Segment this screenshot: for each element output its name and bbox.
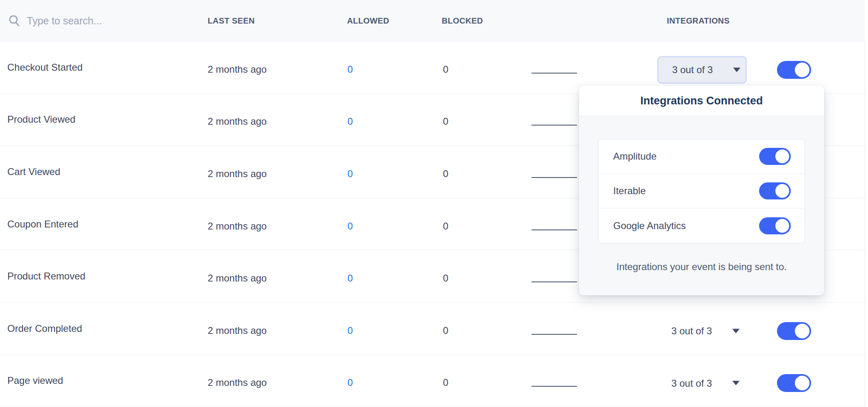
blocked-count: 0 xyxy=(443,325,448,336)
event-name: Product Removed xyxy=(7,271,85,282)
table-header-row: LAST SEEN ALLOWED BLOCKED INTEGRATIONS xyxy=(0,0,865,41)
integrations-popover: Integrations Connected Amplitude Iterabl… xyxy=(579,86,824,295)
toggle-knob xyxy=(795,376,809,390)
no-value-dash xyxy=(532,334,577,335)
integration-row: Google Analytics xyxy=(599,208,805,243)
search-icon xyxy=(8,15,20,27)
caret-down-icon xyxy=(733,67,740,72)
integrations-popover-caption: Integrations your event is being sent to… xyxy=(579,261,824,273)
integration-toggle[interactable] xyxy=(759,217,791,234)
integration-toggle[interactable] xyxy=(759,148,791,165)
column-header-allowed: ALLOWED xyxy=(347,0,389,41)
event-last-seen: 2 months ago xyxy=(208,116,267,127)
allowed-count-link[interactable]: 0 xyxy=(347,273,353,284)
event-enabled-toggle[interactable] xyxy=(777,322,811,340)
blocked-count: 0 xyxy=(443,273,448,284)
event-name: Order Completed xyxy=(7,323,82,334)
integration-name: Amplitude xyxy=(613,151,657,162)
column-header-last-seen: LAST SEEN xyxy=(208,0,255,41)
no-value-dash xyxy=(532,281,577,282)
integrations-select-value: 3 out of 3 xyxy=(672,64,713,76)
no-value-dash xyxy=(532,229,577,230)
no-value-dash xyxy=(532,386,577,387)
no-value-dash xyxy=(532,177,577,178)
event-enabled-toggle[interactable] xyxy=(777,61,811,79)
integrations-select-value: 3 out of 3 xyxy=(671,325,712,337)
allowed-count-link[interactable]: 0 xyxy=(347,64,353,75)
toggle-knob xyxy=(795,324,809,338)
integrations-popover-title: Integrations Connected xyxy=(640,95,763,107)
integration-name: Iterable xyxy=(613,185,646,197)
event-last-seen: 2 months ago xyxy=(208,325,267,336)
integration-name: Google Analytics xyxy=(613,220,686,232)
integrations-select[interactable]: 3 out of 3 xyxy=(658,317,746,344)
integration-toggle[interactable] xyxy=(759,182,791,199)
event-name: Product Viewed xyxy=(7,114,76,125)
allowed-count-link[interactable]: 0 xyxy=(347,377,353,388)
event-name: Coupon Entered xyxy=(7,219,78,230)
integrations-select[interactable]: 3 out of 3 xyxy=(658,370,746,397)
event-last-seen: 2 months ago xyxy=(208,168,267,180)
event-last-seen: 2 months ago xyxy=(208,377,267,388)
column-header-blocked: BLOCKED xyxy=(442,0,483,41)
integrations-select[interactable]: 3 out of 3 xyxy=(658,56,746,83)
event-row: Order Completed 2 months ago 0 0 3 out o… xyxy=(0,303,865,355)
allowed-count-link[interactable]: 0 xyxy=(347,325,353,336)
search-box xyxy=(8,0,157,41)
blocked-count: 0 xyxy=(443,168,448,180)
toggle-knob xyxy=(775,219,789,233)
integrations-popover-header: Integrations Connected xyxy=(579,86,824,116)
integrations-select-value: 3 out of 3 xyxy=(671,377,712,389)
toggle-knob xyxy=(795,63,809,77)
event-last-seen: 2 months ago xyxy=(208,221,267,232)
integration-row: Amplitude xyxy=(599,139,805,174)
caret-down-icon xyxy=(732,381,740,385)
event-name: Cart Viewed xyxy=(7,166,60,178)
event-name: Checkout Started xyxy=(7,62,82,73)
table-right-border xyxy=(865,0,865,407)
allowed-count-link[interactable]: 0 xyxy=(347,116,353,127)
allowed-count-link[interactable]: 0 xyxy=(347,221,353,232)
integration-row: Iterable xyxy=(599,174,805,208)
search-input[interactable] xyxy=(27,15,157,27)
integrations-list: Amplitude Iterable Google Analytics xyxy=(598,139,805,243)
event-enabled-toggle[interactable] xyxy=(777,374,811,392)
toggle-knob xyxy=(775,149,789,163)
blocked-count: 0 xyxy=(443,116,448,127)
blocked-count: 0 xyxy=(443,221,448,232)
event-row: Page viewed 2 months ago 0 0 3 out of 3 xyxy=(0,355,865,407)
caret-down-icon xyxy=(732,329,740,333)
no-value-dash xyxy=(532,125,577,126)
event-name: Page viewed xyxy=(7,375,63,386)
no-value-dash xyxy=(532,73,577,74)
events-schema-screen: LAST SEEN ALLOWED BLOCKED INTEGRATIONS C… xyxy=(0,0,868,407)
toggle-knob xyxy=(775,184,789,198)
allowed-count-link[interactable]: 0 xyxy=(347,168,353,180)
event-last-seen: 2 months ago xyxy=(208,273,267,284)
column-header-integrations: INTEGRATIONS xyxy=(667,0,729,41)
blocked-count: 0 xyxy=(443,64,448,75)
blocked-count: 0 xyxy=(443,377,448,388)
event-last-seen: 2 months ago xyxy=(208,64,267,75)
